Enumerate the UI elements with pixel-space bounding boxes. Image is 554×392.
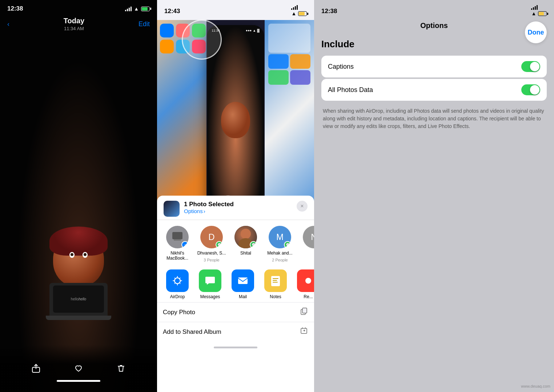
contact-item-5[interactable]: N [300,226,314,262]
contact-name-1: Nikhil'sMacBook... [166,251,188,261]
favorite-button[interactable] [71,360,87,376]
memoji-eyes [69,252,88,258]
app-messages[interactable]: Messages [196,269,225,299]
svg-rect-9 [273,278,278,279]
signal-icon [125,7,132,11]
share-app-icon [164,201,180,217]
svg-rect-2 [172,232,182,239]
notes-icon [264,269,287,292]
allphotos-toggle-inner: All Photos Data [328,79,540,101]
delete-button[interactable] [113,360,129,376]
mini-status-bar: 11:34 ●●●▲▓ [207,29,264,32]
panel2-home-indicator-container [157,341,314,351]
copy-photo-action[interactable]: Copy Photo [157,302,314,322]
contact-avatar-2: D 💬 [200,226,223,248]
contact-item-2[interactable]: D 💬 Dhvanesh, S... 3 People [197,226,226,262]
preview-background: 11:34 ●●●▲▓ ‹‹ ⏸ ›› ✓ [157,20,314,220]
app-icon-1 [160,24,174,37]
share-button[interactable] [28,360,44,376]
preview-center-screen: 11:34 ●●●▲▓ ‹‹ ⏸ ›› ✓ [207,25,264,215]
contact-name-3: Shital [240,251,251,256]
remind-icon [297,269,314,292]
messages-badge-2: 💬 [216,241,223,248]
share-photo-preview: 11:34 ●●●▲▓ ‹‹ ⏸ ›› ✓ [157,20,314,220]
messages-badge-4: 💬 [284,241,291,248]
allphotos-toggle-row: All Photos Data [321,79,547,101]
contact-avatar-3: 💬 [234,226,257,248]
app-remind[interactable]: Re... [294,269,314,299]
app-icon-7 [192,40,206,53]
r-icon-1 [268,54,289,69]
panel2-status-icons: ▲ [291,5,307,17]
svg-rect-8 [271,276,280,286]
app-notes[interactable]: Notes [261,269,290,299]
wifi-icon-3: ▲ [531,11,536,16]
captions-toggle-inner: Captions [328,56,540,77]
contact-item-1[interactable]: ⌁ Nikhil'sMacBook... [163,226,192,262]
airdrop-badge: ⌁ [181,241,189,248]
panel3-time: 12:38 [321,8,337,15]
panel3-status-icons: ▲ [531,5,547,17]
captions-toggle[interactable] [521,61,540,72]
memoji-eye-right [83,252,88,258]
contact-name-4: Mehak and... [267,251,292,256]
signal-icon-2 [291,5,307,10]
add-album-label: Add to Shared Album [163,328,221,336]
panel1-nav-title: Today 11:34 AM [64,17,84,32]
memoji-figure: hello [39,232,119,334]
share-close-button[interactable]: × [297,201,308,212]
contact-sub-2: 3 People [204,258,219,262]
panel1-status-bar: 12:38 ▲ [0,0,157,15]
messages-icon [199,269,221,292]
app-mail[interactable]: Mail [228,269,257,299]
panel2-time: 12:43 [164,8,180,15]
add-album-action[interactable]: Add to Shared Album [157,322,314,341]
laptop-icon: hello [49,283,108,316]
captions-toggle-row: Captions [321,56,547,77]
app-airdrop[interactable]: AirDrop [163,269,192,299]
preview-right-screen [265,20,314,220]
panel3-nav: Options Done [314,20,554,35]
svg-rect-10 [273,280,277,281]
battery-icon [141,7,150,11]
laptop-base [46,316,111,320]
contact-avatar-1: ⌁ [166,226,189,248]
messages-label: Messages [200,294,220,299]
panel3-title: Options [420,21,448,30]
app-icon-5 [160,40,174,53]
share-header-info: 1 Photo Selected Options › [184,201,292,214]
options-link[interactable]: Options › [184,208,292,214]
share-sheet-header: 1 Photo Selected Options › × [157,196,314,220]
mail-icon [232,269,254,292]
right-icons-grid [268,54,310,85]
panel2-status-bar: 12:43 ▲ [157,0,314,20]
panel1-ui-content: 12:38 ▲ ‹ Today 11:34 AM [0,0,157,392]
contact-avatar-5: N [303,226,314,248]
contact-sub-4: 2 People [272,258,288,262]
battery-icon-3 [538,11,547,16]
panel1-photos: 12:38 ▲ ‹ Today 11:34 AM [0,0,157,392]
share-title: 1 Photo Selected [184,201,292,208]
contact-item-4[interactable]: M 💬 Mehak and... 2 People [265,226,294,262]
contact-item-3[interactable]: 💬 Shital [231,226,260,262]
edit-button[interactable]: Edit [138,20,150,28]
signal-icon-3 [531,5,547,10]
panel1-action-buttons [0,360,157,380]
svg-point-12 [305,278,311,284]
allphotos-toggle[interactable] [521,84,540,95]
airdrop-label: AirDrop [170,294,185,299]
preview-center-content [207,25,264,215]
options-description: When sharing with AirDrop, including all… [321,101,547,130]
done-button[interactable]: Done [525,21,547,43]
memoji-head [53,232,104,287]
svg-rect-3 [174,239,181,241]
airdrop-icon [166,269,189,292]
panel2-share: 12:43 ▲ [157,0,314,392]
back-button[interactable]: ‹ [7,20,9,28]
mail-label: Mail [239,294,247,299]
app-icon-2 [176,24,190,37]
r-icon-3 [268,70,289,85]
notes-label: Notes [270,294,281,299]
preview-right-content [265,20,314,88]
battery-icon-2 [298,11,307,16]
